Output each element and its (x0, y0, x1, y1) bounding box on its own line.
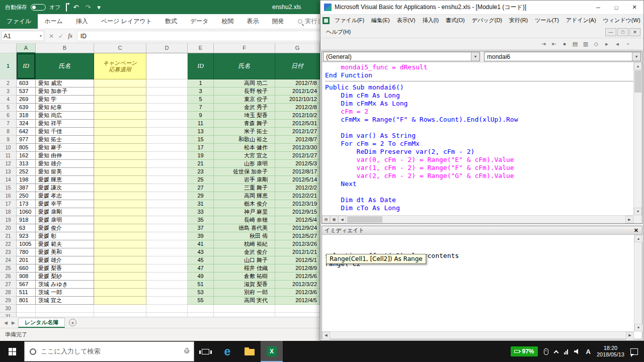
taskbar-excel-button[interactable]: X (261, 341, 283, 362)
cell-A28[interactable]: 511 (17, 289, 36, 297)
scroll-down-icon[interactable]: ▼ (634, 324, 642, 331)
cell-F20[interactable]: 徳島 喜代美 (214, 224, 275, 232)
cell-B21[interactable]: 愛媛 彰 (36, 232, 94, 240)
cell-D2[interactable] (146, 79, 188, 87)
undo-button[interactable]: ↶ (72, 4, 80, 11)
cell-G8[interactable]: 2012/1/27 (275, 128, 320, 136)
cell-B16[interactable]: 愛媛 孝志 (36, 192, 94, 200)
cell-E9[interactable]: 15 (188, 136, 214, 144)
sheet-grid[interactable]: ABCDEFG1ID氏名キャンペーン 応募適用ID氏名日付2603愛知 威宏1高… (0, 43, 320, 317)
cell-C21[interactable] (94, 232, 146, 240)
cell-C29[interactable] (94, 297, 146, 305)
cell-E5[interactable]: 7 (188, 104, 214, 112)
next-bookmark-icon[interactable]: ▸ (602, 39, 611, 48)
redo-button[interactable]: ↷ (84, 4, 92, 11)
cell-A4[interactable]: 269 (17, 96, 36, 104)
cell-G30[interactable] (275, 305, 320, 313)
mouse-tray-icon[interactable] (544, 348, 548, 355)
cell-E13[interactable]: 23 (188, 168, 214, 176)
insert-function-button[interactable]: fx (68, 32, 72, 40)
name-box[interactable]: A1 ▾ (1, 31, 44, 41)
immediate-content[interactable]: selection.offset(,2).clearcontentsrange(… (322, 235, 634, 331)
cell-D18[interactable] (146, 208, 188, 216)
cell-C19[interactable] (94, 216, 146, 224)
menu-item-0[interactable]: ファイル(F) (331, 15, 368, 26)
cell-C6[interactable] (94, 112, 146, 120)
cell-B8[interactable]: 愛知 千佳 (36, 128, 94, 136)
cell-B1[interactable]: 氏名 (36, 53, 94, 79)
ime-indicator[interactable]: A (586, 348, 591, 355)
column-header-E[interactable]: E (188, 43, 214, 53)
cell-C27[interactable] (94, 281, 146, 289)
cell-D24[interactable] (146, 256, 188, 264)
scroll-left-icon[interactable]: ◀ (322, 332, 330, 339)
minimize-button[interactable]: ─ (589, 1, 607, 14)
ribbon-tab-4[interactable]: 数式 (158, 14, 184, 29)
cell-D22[interactable] (146, 240, 188, 248)
scroll-up-icon[interactable]: ▲ (634, 62, 642, 70)
cell-C28[interactable] (94, 289, 146, 297)
previous-bookmark-icon[interactable]: ◂ (613, 39, 622, 48)
cell-E6[interactable]: 9 (188, 112, 214, 120)
cell-C18[interactable] (94, 208, 146, 216)
cell-A31[interactable] (17, 313, 36, 317)
menu-item-9[interactable]: ウィンドウ(W) (600, 15, 643, 26)
cell-A21[interactable]: 923 (17, 232, 36, 240)
cell-C17[interactable] (94, 200, 146, 208)
row-header-29[interactable]: 29 (0, 297, 17, 305)
cell-G25[interactable]: 2012/8/9 (275, 264, 320, 273)
cell-A1[interactable]: ID (17, 53, 36, 79)
ribbon-tab-8[interactable]: 開発 (266, 14, 291, 29)
cell-C22[interactable] (94, 240, 146, 248)
cell-E26[interactable]: 49 (188, 273, 214, 281)
cell-F13[interactable]: 佐世保 加奈子 (214, 168, 275, 176)
cell-D20[interactable] (146, 224, 188, 232)
indent-icon[interactable]: ⇥ (539, 39, 548, 48)
cell-F19[interactable]: 長崎 奈穂 (214, 216, 275, 224)
cell-G28[interactable]: 2012/3/6 (275, 289, 320, 297)
cell-E17[interactable]: 31 (188, 200, 214, 208)
cell-C7[interactable] (94, 120, 146, 128)
battery-indicator[interactable]: 97% (511, 346, 538, 356)
taskbar-clock[interactable]: 18:20 2018/05/13 (597, 345, 624, 358)
uncomment-block-icon[interactable]: ▥ (581, 39, 590, 48)
outdent-icon[interactable]: ⇤ (549, 39, 558, 48)
row-header-21[interactable]: 21 (0, 232, 17, 240)
cell-G3[interactable]: 2012/1/24 (275, 87, 320, 96)
ribbon-tab-3[interactable]: ページ レイアウト (95, 14, 158, 29)
cell-E14[interactable]: 25 (188, 176, 214, 184)
child-close-button[interactable]: ✕ (629, 28, 640, 36)
cell-D17[interactable] (146, 200, 188, 208)
cell-F21[interactable]: 秋田 侑 (214, 232, 275, 240)
cell-C25[interactable] (94, 264, 146, 273)
code-editor[interactable]: mondai5_func = dResultEnd FunctionPublic… (322, 62, 633, 215)
toggle-bookmark-icon[interactable]: ◇ (592, 39, 601, 48)
cell-F4[interactable]: 東京 佼子 (214, 96, 275, 104)
cell-A24[interactable]: 201 (17, 256, 36, 264)
cell-G22[interactable]: 2012/3/26 (275, 240, 320, 248)
cell-B25[interactable]: 愛媛 梨香 (36, 264, 94, 273)
cell-G13[interactable]: 2012/8/17 (275, 168, 320, 176)
cell-D31[interactable] (146, 313, 188, 317)
child-restore-button[interactable]: □ (617, 28, 628, 36)
network-icon[interactable] (564, 349, 568, 354)
row-header-24[interactable]: 24 (0, 256, 17, 264)
cell-B19[interactable]: 愛媛 康明 (36, 216, 94, 224)
cell-F23[interactable]: 金沢 俊介 (214, 248, 275, 256)
cell-E3[interactable]: 3 (188, 87, 214, 96)
row-header-3[interactable]: 3 (0, 87, 17, 96)
cell-D8[interactable] (146, 128, 188, 136)
cell-E4[interactable]: 5 (188, 96, 214, 104)
ribbon-tab-0[interactable]: ファイル (0, 14, 38, 29)
cell-B15[interactable]: 愛媛 謙次 (36, 184, 94, 192)
cell-E19[interactable]: 35 (188, 216, 214, 224)
cell-B31[interactable] (36, 313, 94, 317)
cell-D1[interactable] (146, 53, 188, 79)
cell-D30[interactable] (146, 305, 188, 313)
cell-F31[interactable] (214, 313, 275, 317)
cell-C16[interactable] (94, 192, 146, 200)
cell-F30[interactable] (214, 305, 275, 313)
column-header-F[interactable]: F (214, 43, 275, 53)
column-header-C[interactable]: C (94, 43, 146, 53)
cell-E8[interactable]: 13 (188, 128, 214, 136)
